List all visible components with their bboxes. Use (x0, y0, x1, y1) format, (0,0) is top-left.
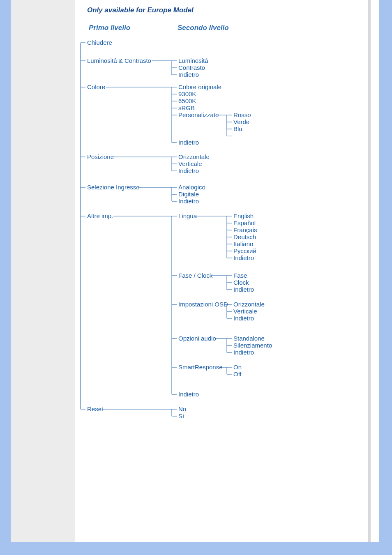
l2-impostazioni-osd: Impostazioni OSD (178, 301, 228, 308)
l3-sr-on: On (233, 364, 242, 371)
l3-osd-verticale: Verticale (233, 308, 257, 315)
l2-digitale: Digitale (178, 191, 199, 198)
l1-chiudere: Chiudere (87, 39, 112, 46)
l1-colore: Colore (87, 83, 105, 90)
l2-analogico: Analogico (178, 184, 205, 191)
l3-audio-indietro: Indietro (233, 349, 254, 356)
l2-reset-no: No (178, 405, 186, 412)
l3-osd-indietro: Indietro (233, 315, 254, 322)
l2-altre-indietro: Indietro (178, 391, 199, 398)
l1-lum-contr: Luminositá & Contrasto (87, 57, 151, 64)
l2-colore-originale: Colore originale (178, 83, 221, 90)
l2-fase-clock: Fase / Clock (178, 272, 212, 279)
l3-deutsch: Deutsch (233, 233, 256, 240)
l2-personalizzato: Personalizzato (178, 111, 219, 118)
l2-pos-indietro: Indietro (178, 167, 199, 174)
l3-fase-indietro: Indietro (233, 286, 254, 293)
l3-sr-off: Off (233, 371, 242, 378)
l1-reset: Reset (87, 405, 103, 412)
l2-opzioni-audio: Opzioni audio (178, 335, 216, 342)
l3-silenziamento: Silenziamento (233, 342, 272, 349)
l2-pos-verticale: Verticale (178, 160, 202, 167)
l1-posizione: Posizione (87, 153, 114, 160)
l3-italiano: Italiano (233, 240, 253, 247)
l3-verde: Verde (233, 118, 249, 125)
l2-reset-si: Sí (178, 412, 184, 419)
l2-srgb: sRGB (178, 104, 195, 111)
l2-9300k: 9300K (178, 90, 196, 97)
l3-blu: Blu (233, 125, 242, 132)
l2-luminosita: Luminositá (178, 57, 208, 64)
l2-lingua: Lingua (178, 212, 197, 219)
l2-sel-indietro: Indietro (178, 198, 199, 205)
l1-altre-imp: Altre imp. (87, 212, 113, 219)
l3-english: English (233, 212, 254, 219)
l2-lum-indietro: Indietro (178, 71, 199, 78)
l2-6500k: 6500K (178, 97, 196, 104)
l2-smartresponse: SmartResponse (178, 364, 223, 371)
l3-francais: Français (233, 226, 257, 233)
l2-pos-orizzontale: Orizzontale (178, 153, 210, 160)
l3-rosso: Rosso (233, 111, 251, 118)
l3-lingua-indietro: Indietro (233, 254, 254, 261)
l2-contrasto: Contrasto (178, 64, 205, 71)
l2-colore-indietro: Indietro (178, 139, 199, 146)
l3-osd-orizzontale: Orizzontale (233, 301, 265, 308)
l3-russian: Русский (233, 247, 256, 254)
l3-standalone: Standalone (233, 335, 265, 342)
l1-selezione-ingresso: Selezione Ingresso (87, 184, 140, 191)
l3-espanol: Español (233, 219, 256, 226)
page-background: Only available for Europe Model Primo li… (11, 0, 371, 542)
l3-clock: Clock (233, 279, 249, 286)
tree-connectors (11, 0, 371, 542)
l3-fase: Fase (233, 272, 247, 279)
